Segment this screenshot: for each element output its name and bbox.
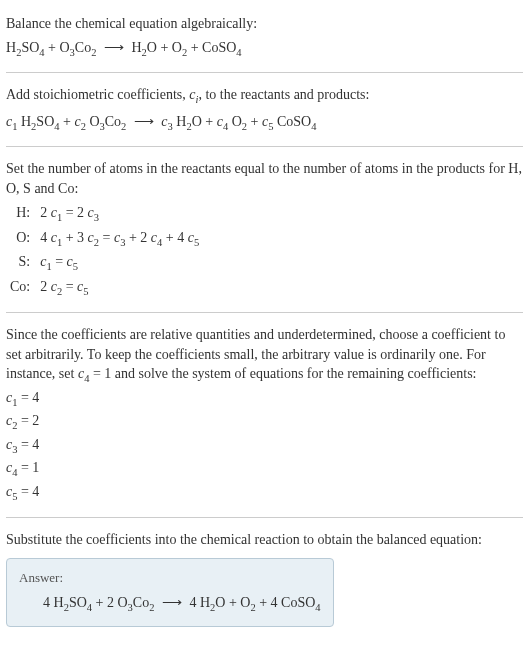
sp: O [192,114,202,129]
sub: 5 [194,237,199,248]
table-row: S: c1 = c5 [6,251,203,275]
sp: SO [36,114,54,129]
sp: O [228,114,242,129]
element-label: S: [6,251,36,275]
arrow-icon: ⟶ [100,40,128,55]
text: = 1 and solve the system of equations fo… [89,366,476,381]
product-3: CoSO [202,40,236,55]
equation-cell: c1 = c5 [36,251,203,275]
plus: + [256,595,271,610]
answer-section: Substitute the coefficients into the che… [6,524,523,632]
stoich-intro: Add stoichiometric coefficients, ci, to … [6,85,523,107]
val: = 1 [17,460,39,475]
plus: + [225,595,240,610]
sp: CoSO [273,114,311,129]
t: 2 [40,205,51,220]
table-row: H: 2 c1 = 2 c3 [6,202,203,226]
t: 4 CoSO [271,595,316,610]
val: = 4 [17,484,39,499]
t: 4 H [189,595,210,610]
t: 4 H [43,595,64,610]
text: , to the reactants and products: [198,87,369,102]
t: = [99,230,114,245]
solution-line: c5 = 4 [6,482,523,504]
t: + 3 [62,230,87,245]
answer-label: Answer: [19,569,321,587]
t: 2 O [107,595,128,610]
t: 2 [40,279,51,294]
arrow-icon: ⟶ [158,595,186,610]
solve-section: Since the coefficients are relative quan… [6,319,523,511]
equation-cell: 2 c1 = 2 c3 [36,202,203,226]
sp: Co [105,114,121,129]
equation-cell: 4 c1 + 3 c2 = c3 + 2 c4 + 4 c5 [36,227,203,251]
divider [6,312,523,313]
arrow-icon: ⟶ [130,114,158,129]
t: O [215,595,225,610]
t: 4 [40,230,51,245]
substitute-text: Substitute the coefficients into the che… [6,530,523,550]
product-1b: O [147,40,157,55]
stoichiometric-section: Add stoichiometric coefficients, ci, to … [6,79,523,140]
sub: 2 [121,120,126,131]
sub: 5 [73,261,78,272]
solution-line: c2 = 2 [6,411,523,433]
val: = 4 [17,390,39,405]
sub: 2 [91,46,96,57]
divider [6,146,523,147]
val: = 2 [17,413,39,428]
title-text: Balance the chemical equation algebraica… [6,14,523,34]
t: + 4 [162,230,187,245]
product-2: O [172,40,182,55]
sub: 5 [83,285,88,296]
problem-statement: Balance the chemical equation algebraica… [6,8,523,66]
t: = [52,254,67,269]
atom-balance-section: Set the number of atoms in the reactants… [6,153,523,306]
plus: + [60,114,75,129]
answer-box: Answer: 4 H2SO4 + 2 O3Co2 ⟶ 4 H2O + O2 +… [6,558,334,627]
plus: + [45,40,60,55]
plus: + [202,114,217,129]
reactant-1a: H [6,40,16,55]
t: O [240,595,250,610]
element-label: Co: [6,276,36,300]
divider [6,517,523,518]
reactant-1b: SO [21,40,39,55]
sp: H [17,114,31,129]
sub: 4 [311,120,316,131]
sub: 3 [94,212,99,223]
product-1a: H [131,40,141,55]
sub: 2 [149,602,154,613]
equation-cell: 2 c2 = c5 [36,276,203,300]
element-label: O: [6,227,36,251]
t: + 2 [125,230,150,245]
t: = [62,279,77,294]
atom-balance-table: H: 2 c1 = 2 c3 O: 4 c1 + 3 c2 = c3 + 2 c… [6,202,203,300]
val: = 4 [17,437,39,452]
atoms-intro: Set the number of atoms in the reactants… [6,159,523,198]
sub: 4 [236,46,241,57]
t: Co [133,595,149,610]
stoichiometric-equation: c1 H2SO4 + c2 O3Co2 ⟶ c3 H2O + c4 O2 + c… [6,112,523,134]
divider [6,72,523,73]
element-label: H: [6,202,36,226]
solution-line: c1 = 4 [6,388,523,410]
table-row: Co: 2 c2 = c5 [6,276,203,300]
table-row: O: 4 c1 + 3 c2 = c3 + 2 c4 + 4 c5 [6,227,203,251]
t: = 2 [62,205,87,220]
text: Add stoichiometric coefficients, [6,87,189,102]
plus: + [247,114,262,129]
unbalanced-equation: H2SO4 + O3Co2 ⟶ H2O + O2 + CoSO4 [6,38,523,60]
underdetermined-text: Since the coefficients are relative quan… [6,325,523,387]
sp: H [173,114,187,129]
balanced-equation: 4 H2SO4 + 2 O3Co2 ⟶ 4 H2O + O2 + 4 CoSO4 [19,593,321,615]
reactant-2b: Co [75,40,91,55]
solution-line: c3 = 4 [6,435,523,457]
plus: + [92,595,107,610]
plus: + [157,40,172,55]
plus: + [187,40,202,55]
t: SO [69,595,87,610]
sub: 4 [315,602,320,613]
sp: O [86,114,100,129]
solution-line: c4 = 1 [6,458,523,480]
